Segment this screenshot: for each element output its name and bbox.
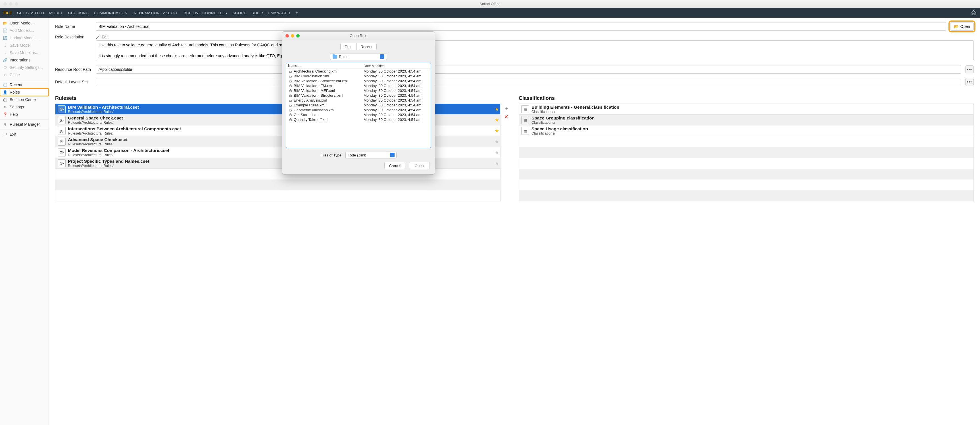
menu-model[interactable]: MODEL xyxy=(49,11,63,15)
window-title: Solibri Office xyxy=(0,2,980,6)
menu-info-takeoff[interactable]: INFORMATION TAKEOFF xyxy=(133,11,179,15)
classification-icon: ▦ xyxy=(521,116,529,124)
add-ruleset-button[interactable]: ＋ xyxy=(503,105,509,112)
ruleset-icon: {§} xyxy=(58,149,65,157)
classification-icon: ▦ xyxy=(521,127,529,135)
layout-label: Default Layout Set xyxy=(55,80,92,84)
ruleset-icon: {§} xyxy=(58,159,65,167)
root-path-browse-button[interactable]: ••• xyxy=(965,66,974,73)
col-date[interactable]: Date Modified xyxy=(364,64,429,68)
close-window[interactable] xyxy=(3,2,7,6)
sidebar-item-security-settings: 🛡Security Settings... xyxy=(0,64,49,71)
svg-rect-2 xyxy=(289,81,291,82)
star-toggle[interactable]: ★ xyxy=(493,139,500,145)
sidebar-item-ruleset-manager[interactable]: §Ruleset Manager xyxy=(0,121,49,128)
open-role-button[interactable]: 📂 Open xyxy=(950,22,974,31)
zoom-window[interactable] xyxy=(15,2,18,6)
filetype-select[interactable]: Role (.xml) ⌄ xyxy=(345,152,396,158)
file-row[interactable]: BIM Validation - Architectural.xmlMonday… xyxy=(286,78,431,83)
dialog-tabs: Files Recent xyxy=(340,43,377,50)
tab-recent[interactable]: Recent xyxy=(356,43,376,50)
classification-row[interactable]: ▦Space Usage.classificationClassificatio… xyxy=(519,125,974,136)
menu-score[interactable]: SCORE xyxy=(233,11,247,15)
menu-ruleset-manager[interactable]: RULESET MANAGER xyxy=(251,11,290,15)
file-row[interactable]: BIM Validation - FM.xmlMonday, 30 Octobe… xyxy=(286,83,431,88)
file-row[interactable]: BIM Coordination.xmlMonday, 30 October 2… xyxy=(286,73,431,78)
gear-icon: ⚙ xyxy=(3,105,7,109)
classification-row[interactable]: ▦Space Grouping.classificationClassifica… xyxy=(519,115,974,125)
svg-rect-7 xyxy=(289,105,291,106)
svg-rect-1 xyxy=(289,76,291,77)
col-name[interactable]: Name xyxy=(288,64,297,68)
role-name-input[interactable] xyxy=(96,22,946,31)
sidebar-item-settings[interactable]: ⚙Settings xyxy=(0,103,49,111)
star-toggle[interactable]: ★ xyxy=(493,160,500,166)
file-row[interactable]: Get Started.xmlMonday, 30 October 2023, … xyxy=(286,112,431,117)
ruleset-icon: {§} xyxy=(58,116,65,124)
ruleset-icon: {§} xyxy=(58,138,65,145)
file-row[interactable]: Energy Analysis.xmlMonday, 30 October 20… xyxy=(286,98,431,103)
file-row[interactable]: Architectural Checking.xmlMonday, 30 Oct… xyxy=(286,69,431,73)
rules-icon: § xyxy=(3,122,7,126)
menu-communication[interactable]: COMMUNICATION xyxy=(94,11,127,15)
file-row[interactable]: BIM Validation - Structural.xmlMonday, 3… xyxy=(286,93,431,98)
sidebar-item-recent[interactable]: 🕘Recent xyxy=(0,81,49,88)
svg-rect-9 xyxy=(289,115,291,116)
file-row[interactable]: Example Rules.xmlMonday, 30 October 2023… xyxy=(286,103,431,107)
tab-files[interactable]: Files xyxy=(340,43,356,50)
sidebar-item-integrations[interactable]: 🔗Integrations xyxy=(0,56,49,64)
classifications-list: ▦Building Elements - General.classificat… xyxy=(519,104,974,201)
home-icon[interactable] xyxy=(970,10,977,16)
window-traffic-lights[interactable] xyxy=(0,2,18,6)
lock-icon xyxy=(288,74,293,78)
star-toggle[interactable]: ★ xyxy=(493,128,500,134)
star-toggle[interactable]: ★ xyxy=(493,149,500,156)
star-toggle[interactable]: ★ xyxy=(493,106,500,112)
role-desc-textarea[interactable]: Use this role to validate general qualit… xyxy=(96,40,974,60)
sidebar-item-exit[interactable]: ⏎Exit xyxy=(0,131,49,138)
role-name-label: Role Name xyxy=(55,24,92,29)
svg-rect-0 xyxy=(289,71,291,72)
lock-icon xyxy=(288,108,293,112)
star-toggle[interactable]: ★ xyxy=(493,117,500,123)
lock-icon xyxy=(288,89,293,93)
lock-icon xyxy=(288,84,293,88)
edit-icon xyxy=(96,35,100,39)
sidebar-item-roles[interactable]: 👤Roles xyxy=(0,88,49,96)
menu-checking[interactable]: CHECKING xyxy=(68,11,89,15)
minimize-window[interactable] xyxy=(9,2,13,6)
clock-icon: 🕘 xyxy=(3,83,7,87)
classification-row[interactable]: ▦Building Elements - General.classificat… xyxy=(519,104,974,115)
dialog-cancel-button[interactable]: Cancel xyxy=(384,162,405,169)
sidebar-item-open-model[interactable]: 📂Open Model... xyxy=(0,19,49,27)
file-row[interactable]: Geometric Validation.xmlMonday, 30 Octob… xyxy=(286,107,431,112)
menu-add-tab[interactable]: + xyxy=(296,10,298,15)
menu-bcf[interactable]: BCF LIVE CONNECTOR xyxy=(184,11,228,15)
dialog-open-button[interactable]: Open xyxy=(409,162,430,169)
sidebar-item-solution-center[interactable]: ◯Solution Center xyxy=(0,96,49,103)
window-titlebar: Solibri Office xyxy=(0,0,980,8)
file-listbox[interactable]: Name︿ Date Modified Architectural Checki… xyxy=(286,63,431,148)
lock-icon xyxy=(288,118,293,121)
exit-icon: ⏎ xyxy=(3,132,7,137)
folder-open-icon: 📂 xyxy=(954,24,959,29)
ruleset-icon: {§} xyxy=(58,105,65,113)
layout-input[interactable] xyxy=(96,78,961,86)
sidebar-item-save-model-as: ⤓Save Model as... xyxy=(0,49,49,56)
role-desc-label: Role Description xyxy=(55,35,92,39)
file-row[interactable]: BIM Validation - MEP.xmlMonday, 30 Octob… xyxy=(286,88,431,93)
remove-ruleset-button[interactable]: ✕ xyxy=(503,114,509,120)
layout-browse-button[interactable]: ••• xyxy=(965,78,974,86)
root-path-input[interactable] xyxy=(96,65,961,73)
lock-icon xyxy=(288,103,293,107)
plus-doc-icon: 📄 xyxy=(3,29,7,33)
menu-file[interactable]: FILE xyxy=(3,11,12,15)
folder-select[interactable]: Roles ⌄ xyxy=(330,53,387,60)
menu-get-started[interactable]: GET STARTED xyxy=(17,11,44,15)
folder-open-icon: 📂 xyxy=(3,21,7,25)
classifications-title: Classifications xyxy=(519,95,974,101)
edit-button[interactable]: Edit xyxy=(102,35,108,39)
save-icon: ⤓ xyxy=(3,51,7,55)
file-row[interactable]: Quantity Take-off.xmlMonday, 30 October … xyxy=(286,117,431,122)
sidebar-item-help[interactable]: ❓Help xyxy=(0,111,49,118)
